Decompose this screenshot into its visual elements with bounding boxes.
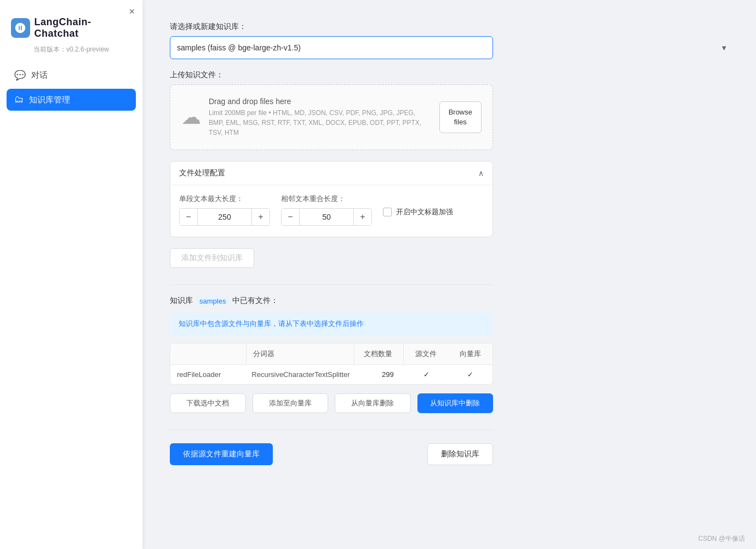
upload-label: 上传知识文件：: [170, 70, 734, 80]
td-filename: redFileLoader: [170, 365, 245, 384]
bottom-divider: [170, 430, 493, 430]
td-splitter: RecursiveCharacterTextSplitter: [245, 365, 356, 384]
config-title: 文件处理配置: [179, 168, 225, 178]
overlap-input[interactable]: [299, 209, 354, 225]
add-to-vector-button[interactable]: 添加至向量库: [253, 393, 329, 413]
section-divider: [170, 284, 493, 285]
close-button[interactable]: ×: [129, 7, 135, 16]
action-buttons-row: 下载选中文档 添加至向量库 从向量库删除 从知识库中删除: [170, 393, 493, 413]
sidebar-nav: 💬 对话 🗂 知识库管理: [0, 64, 142, 111]
files-table: 分词器 文档数量 源文件 向量库 redFileLoader Recursive…: [170, 343, 493, 385]
overlap-field: 相邻文本重合长度： − +: [281, 194, 372, 226]
rebuild-vector-button[interactable]: 依据源文件重建向量库: [170, 443, 273, 465]
add-to-kb-button[interactable]: 添加文件到知识库: [170, 248, 254, 268]
th-vector: 向量库: [448, 344, 492, 364]
info-box: 知识库中包含源文件与向量库，请从下表中选择文件后操作: [170, 312, 493, 335]
delete-from-kb-button[interactable]: 从知识库中删除: [417, 393, 494, 413]
kb-name-tag: samples: [196, 296, 229, 306]
bottom-actions-row: 依据源文件重建向量库 删除知识库: [170, 443, 493, 465]
td-docs: 299: [357, 365, 405, 384]
app-title: LangChain-Chatchat: [35, 16, 131, 39]
file-config-panel: 文件处理配置 ∧ 单段文本最大长度： − + 相邻文本重合长度： −: [170, 161, 493, 237]
sidebar-item-kb[interactable]: 🗂 知识库管理: [7, 89, 136, 111]
zh-title-checkbox-row: 开启中文标题加强: [383, 207, 453, 217]
zh-title-label: 开启中文标题加强: [396, 207, 453, 217]
kb-icon: 🗂: [14, 94, 24, 105]
th-docs: 文档数量: [354, 344, 403, 364]
logo: LangChain-Chatchat: [0, 0, 142, 43]
sidebar-item-chat[interactable]: 💬 对话: [7, 64, 136, 87]
footer-credit: CSDN @牛像话: [698, 534, 745, 544]
browse-files-button[interactable]: Browse files: [439, 101, 482, 133]
chevron-up-icon: ∧: [478, 169, 484, 178]
max-length-label: 单段文本最大长度：: [179, 194, 270, 204]
version-label: 当前版本：v0.2.6-preview: [0, 43, 142, 64]
max-length-minus-button[interactable]: −: [180, 209, 197, 225]
upload-limit-text: Limit 200MB per file • HTML, MD, JSON, C…: [209, 108, 432, 138]
zh-title-checkbox[interactable]: [383, 208, 392, 216]
sidebar: × LangChain-Chatchat 当前版本：v0.2.6-preview…: [0, 0, 142, 549]
logo-icon: [11, 18, 30, 38]
overlap-plus-button[interactable]: +: [354, 209, 371, 225]
overlap-minus-button[interactable]: −: [282, 209, 299, 225]
cloud-upload-icon: ☁: [181, 106, 201, 129]
kb-info-row: 知识库 samples 中已有文件：: [170, 296, 734, 306]
delete-kb-button[interactable]: 删除知识库: [427, 443, 493, 465]
max-length-input[interactable]: [197, 209, 252, 225]
upload-dropzone[interactable]: ☁ Drag and drop files here Limit 200MB p…: [170, 84, 493, 150]
chat-icon: 💬: [14, 70, 26, 81]
kb-info-prefix: 知识库: [170, 296, 193, 306]
sidebar-item-kb-label: 知识库管理: [29, 95, 70, 105]
select-kb-wrapper: samples (faiss @ bge-large-zh-v1.5) ▼: [170, 36, 734, 59]
table-header: 分词器 文档数量 源文件 向量库: [170, 344, 492, 365]
drag-drop-text: Drag and drop files here: [209, 97, 432, 106]
config-row: 单段文本最大长度： − + 相邻文本重合长度： − +: [179, 194, 484, 226]
th-filename: [170, 348, 246, 359]
select-arrow-icon: ▼: [720, 44, 728, 52]
upload-text-block: Drag and drop files here Limit 200MB per…: [209, 97, 432, 138]
max-length-plus-button[interactable]: +: [252, 209, 270, 225]
overlap-stepper: − +: [281, 208, 372, 226]
kb-info-suffix: 中已有文件：: [232, 296, 278, 306]
sidebar-item-chat-label: 对话: [31, 70, 48, 81]
kb-select[interactable]: samples (faiss @ bge-large-zh-v1.5): [170, 36, 493, 59]
select-kb-label: 请选择或新建知识库：: [170, 22, 734, 32]
max-length-field: 单段文本最大长度： − +: [179, 194, 270, 226]
th-splitter: 分词器: [247, 344, 353, 364]
td-source: ✓: [405, 365, 449, 384]
main-content: 请选择或新建知识库： samples (faiss @ bge-large-zh…: [142, 0, 756, 549]
download-selected-button[interactable]: 下载选中文档: [170, 393, 246, 413]
table-row[interactable]: redFileLoader RecursiveCharacterTextSpli…: [170, 365, 492, 384]
th-source: 源文件: [404, 344, 448, 364]
logo-svg: [14, 22, 26, 34]
config-body: 单段文本最大长度： − + 相邻文本重合长度： − +: [170, 185, 492, 237]
td-vector: ✓: [449, 365, 492, 384]
config-panel-header[interactable]: 文件处理配置 ∧: [170, 162, 492, 185]
max-length-stepper: − +: [179, 208, 270, 226]
overlap-label: 相邻文本重合长度：: [281, 194, 372, 204]
remove-from-vector-button[interactable]: 从向量库删除: [335, 393, 411, 413]
